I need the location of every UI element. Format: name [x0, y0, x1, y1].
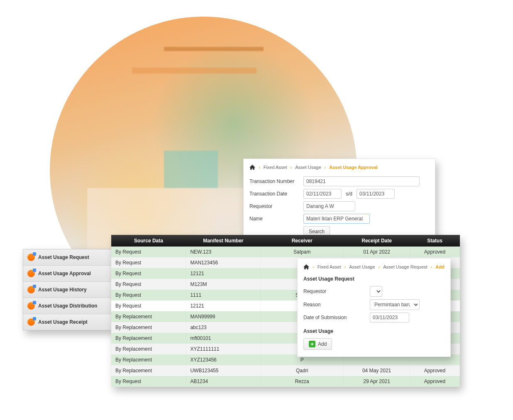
reason-select[interactable]: Permintaan baru: [370, 299, 420, 310]
asset-icon: [27, 270, 35, 277]
crumb-asset-usage-approval: Asset Usage Approval: [329, 165, 377, 170]
sidebar-item-label: Asset Usage Request: [38, 254, 89, 260]
label-transaction-number: Transaction Number: [249, 178, 299, 184]
plus-icon: +: [309, 341, 315, 347]
table-cell: XYZ1111111: [186, 344, 261, 354]
col-status[interactable]: Status: [410, 235, 460, 247]
table-cell: By Replacement: [111, 365, 186, 376]
date-from-input[interactable]: [303, 189, 342, 199]
asset-icon: [27, 254, 35, 261]
table-cell: Qadri: [261, 365, 344, 376]
label-transaction-date: Transaction Date: [249, 191, 299, 197]
approval-panel: › Fixed Asset › Asset Usage › Asset Usag…: [243, 159, 435, 246]
sidebar-menu: Asset Usage Request Asset Usage Approval…: [23, 249, 112, 330]
sidebar-item-receipt[interactable]: Asset Usage Receipt: [23, 314, 112, 330]
date-range-separator: s/d: [346, 191, 352, 197]
request-panel: › Fixed Asset › Asset Usage › Asset Usag…: [297, 258, 451, 357]
table-cell: M123M: [186, 279, 261, 290]
sidebar-item-label: Asset Usage Receipt: [38, 319, 88, 325]
table-cell: Approved: [410, 376, 460, 387]
table-row[interactable]: By RequestAB1234Rezza29 Apr 2021Approved: [111, 376, 460, 387]
table-row[interactable]: By RequestNEW.123Satpam01 Apr 2022Approv…: [111, 247, 460, 257]
table-cell: By Request: [111, 257, 186, 268]
table-cell: 01 Apr 2022: [344, 247, 410, 257]
table-cell: By Replacement: [111, 344, 186, 354]
table-cell: By Request: [111, 247, 186, 257]
chevron-right-icon: ›: [291, 165, 292, 170]
label-requestor: Requestor: [249, 203, 299, 209]
table-cell: By Request: [111, 376, 186, 387]
breadcrumb: › Fixed Asset › Asset Usage › Asset Usag…: [303, 263, 445, 273]
table-cell: By Request: [111, 290, 186, 300]
table-cell: 12121: [186, 268, 261, 279]
table-cell: By Request: [111, 268, 186, 279]
label-reason: Reason: [303, 302, 366, 308]
chevron-right-icon: ›: [344, 264, 346, 269]
sidebar-item-label: Asset Usage Approval: [38, 271, 91, 276]
col-manifest-number[interactable]: Manifest Number: [186, 235, 261, 247]
table-cell: XYZ123456: [186, 354, 261, 365]
sidebar-item-history[interactable]: Asset Usage History: [23, 282, 112, 298]
add-button-label: Add: [318, 341, 327, 347]
chevron-right-icon: ›: [379, 264, 380, 269]
table-row[interactable]: By ReplacementUWB123455Qadri04 May 2021A…: [111, 365, 460, 376]
table-cell: By Replacement: [111, 354, 186, 365]
chevron-right-icon: ›: [431, 264, 432, 269]
breadcrumb: › Fixed Asset › Asset Usage › Asset Usag…: [249, 163, 429, 174]
crumb-asset-usage-request[interactable]: Asset Usage Request: [383, 264, 427, 269]
table-cell: Approved: [410, 365, 460, 376]
table-cell: By Request: [111, 279, 186, 290]
requestor-select[interactable]: [370, 286, 382, 297]
section-title-request: Asset Usage Request: [303, 276, 445, 282]
table-cell: 12121: [186, 300, 261, 311]
chevron-right-icon: ›: [313, 264, 314, 269]
sidebar-item-request[interactable]: Asset Usage Request: [23, 249, 112, 266]
date-to-input[interactable]: [357, 189, 395, 199]
crumb-asset-usage[interactable]: Asset Usage: [349, 264, 375, 269]
table-cell: AB1234: [186, 376, 261, 387]
asset-icon: [27, 318, 35, 326]
crumb-add: Add: [435, 264, 444, 269]
table-cell: UWB123455: [186, 365, 261, 376]
section-title-usage: Asset Usage: [303, 328, 445, 334]
chevron-right-icon: ›: [325, 165, 326, 170]
table-cell: 04 May 2021: [344, 365, 410, 376]
home-icon[interactable]: [249, 165, 255, 170]
col-receipt-date[interactable]: Receipt Date: [344, 235, 410, 247]
col-receiver[interactable]: Receiver: [261, 235, 344, 247]
table-cell: Satpam: [261, 247, 344, 257]
table-header-row: Source Data Manifest Number Receiver Rec…: [111, 235, 460, 247]
table-cell: By Replacement: [111, 333, 186, 344]
table-cell: MAN99999: [186, 311, 261, 322]
date-submission-input[interactable]: [370, 313, 409, 322]
label-requestor: Requestor: [303, 288, 366, 294]
requestor-input[interactable]: [303, 201, 355, 211]
sidebar-item-label: Asset Usage History: [38, 287, 87, 293]
table-cell: mft00101: [186, 333, 261, 344]
table-cell: By Replacement: [111, 311, 186, 322]
home-icon[interactable]: [303, 264, 309, 269]
transaction-number-input[interactable]: [303, 176, 420, 186]
crumb-fixed-asset[interactable]: Fixed Asset: [264, 165, 287, 170]
col-source-data[interactable]: Source Data: [111, 235, 186, 247]
add-button[interactable]: + Add: [303, 338, 332, 350]
table-cell: 1111: [186, 290, 261, 300]
table-cell: NEW.123: [186, 247, 261, 257]
crumb-fixed-asset[interactable]: Fixed Asset: [318, 264, 341, 269]
table-cell: MAN123456: [186, 257, 261, 268]
sidebar-item-label: Asset Usage Distribution: [38, 303, 98, 309]
table-cell: By Request: [111, 300, 186, 311]
crumb-asset-usage[interactable]: Asset Usage: [295, 165, 321, 170]
label-name: Name: [249, 216, 299, 222]
label-date-submission: Date of Submission: [303, 315, 366, 320]
table-cell: abc123: [186, 322, 261, 333]
name-input[interactable]: [303, 214, 370, 224]
table-cell: By Replacement: [111, 322, 186, 333]
sidebar-item-approval[interactable]: Asset Usage Approval: [23, 266, 112, 282]
table-cell: 29 Apr 2021: [344, 376, 410, 387]
asset-icon: [27, 286, 35, 293]
table-cell: Rezza: [261, 376, 344, 387]
sidebar-item-distribution[interactable]: Asset Usage Distribution: [23, 298, 112, 314]
asset-icon: [27, 302, 35, 310]
chevron-right-icon: ›: [259, 165, 260, 170]
